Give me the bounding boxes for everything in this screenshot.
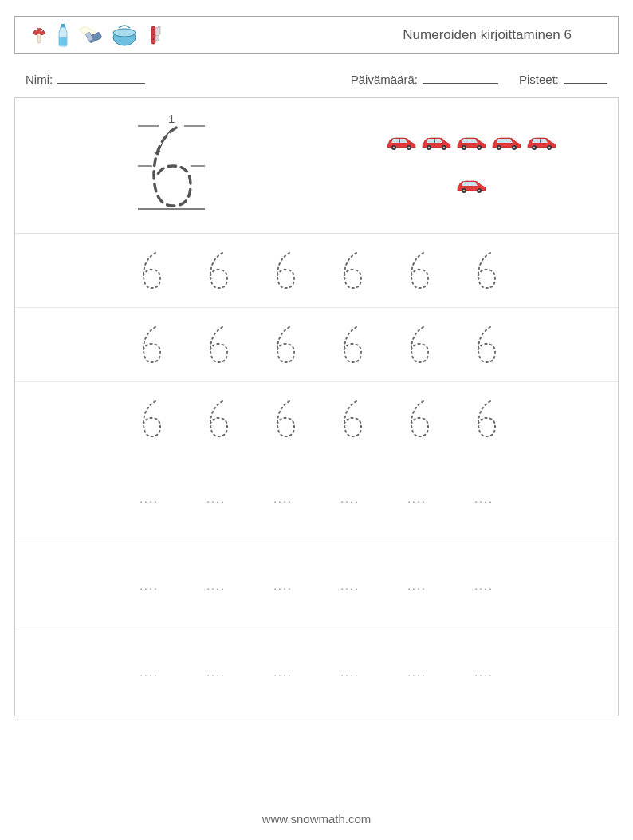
example-row: 1 <box>15 98 618 234</box>
mushroom-icon <box>29 24 49 46</box>
svg-point-40 <box>463 189 466 191</box>
trace-digit-six[interactable] <box>468 322 500 367</box>
date-label: Päivämäärä: <box>351 73 418 86</box>
trace-row <box>15 382 618 455</box>
svg-point-0 <box>36 29 38 31</box>
write-digit-blank[interactable]: .... <box>200 644 232 701</box>
svg-point-36 <box>533 146 536 148</box>
blank-row: ........................ <box>15 629 618 716</box>
car-icon <box>490 135 522 151</box>
write-digit-blank[interactable]: .... <box>468 557 500 614</box>
write-digit-blank[interactable]: .... <box>468 644 500 701</box>
write-digit-blank[interactable]: .... <box>267 644 299 701</box>
name-label: Nimi: <box>26 73 53 86</box>
write-digit-blank[interactable]: .... <box>334 557 366 614</box>
flashlight-icon <box>77 25 103 45</box>
car-icon <box>420 135 452 151</box>
car-icon <box>455 135 487 151</box>
write-digit-blank[interactable]: .... <box>133 557 165 614</box>
write-digit-blank[interactable]: .... <box>200 557 232 614</box>
write-digit-blank[interactable]: .... <box>401 557 433 614</box>
trace-digit-six[interactable] <box>334 396 366 441</box>
worksheet-body: 1 <box>14 97 619 716</box>
trace-digit-six[interactable] <box>401 322 433 367</box>
count-objects-cell <box>324 98 618 233</box>
write-digit-blank[interactable]: .... <box>200 470 232 527</box>
car-icon <box>455 178 487 194</box>
svg-point-30 <box>478 146 481 148</box>
trace-digit-six[interactable] <box>267 248 299 293</box>
svg-point-13 <box>153 38 155 40</box>
footer-url: www.snowmath.com <box>0 812 633 826</box>
svg-point-38 <box>548 146 551 148</box>
svg-point-22 <box>408 146 411 148</box>
blank-section: ........................................… <box>15 455 618 716</box>
svg-point-20 <box>393 146 395 148</box>
trace-section <box>15 234 618 455</box>
trace-digit-six[interactable] <box>200 396 232 441</box>
trace-digit-six[interactable] <box>468 248 500 293</box>
write-digit-blank[interactable]: .... <box>401 644 433 701</box>
car-row-1 <box>385 135 557 154</box>
trace-digit-six[interactable] <box>401 396 433 441</box>
write-digit-blank[interactable]: .... <box>133 644 165 701</box>
trace-digit-six[interactable] <box>133 396 165 441</box>
car-icon <box>385 135 417 151</box>
bottle-icon <box>57 23 69 47</box>
write-digit-blank[interactable]: .... <box>401 470 433 527</box>
score-label: Pisteet: <box>519 73 559 86</box>
svg-point-12 <box>153 34 155 35</box>
svg-rect-3 <box>37 34 41 43</box>
car-row-2 <box>455 178 487 197</box>
trace-digit-six[interactable] <box>200 248 232 293</box>
trace-digit-six[interactable] <box>334 248 366 293</box>
worksheet-header: Numeroiden kirjoittaminen 6 <box>14 16 619 54</box>
trace-row <box>15 308 618 382</box>
header-icon-row <box>29 23 165 47</box>
svg-point-34 <box>513 146 516 148</box>
score-blank[interactable] <box>564 72 607 84</box>
pot-icon <box>111 23 138 47</box>
svg-point-42 <box>478 189 481 191</box>
car-icon <box>525 135 557 151</box>
stroke-number: 1 <box>168 112 175 125</box>
svg-point-32 <box>498 146 501 148</box>
write-digit-blank[interactable]: .... <box>334 644 366 701</box>
svg-point-26 <box>443 146 446 148</box>
svg-point-9 <box>113 29 136 37</box>
svg-point-1 <box>41 30 43 32</box>
write-digit-blank[interactable]: .... <box>133 470 165 527</box>
svg-point-2 <box>38 27 40 29</box>
write-digit-blank[interactable]: .... <box>267 557 299 614</box>
trace-digit-six[interactable] <box>267 396 299 441</box>
trace-digit-six[interactable] <box>401 248 433 293</box>
write-digit-blank[interactable]: .... <box>267 470 299 527</box>
big-six-guide: 1 <box>114 110 226 222</box>
write-digit-blank[interactable]: .... <box>334 470 366 527</box>
trace-digit-six[interactable] <box>334 322 366 367</box>
svg-rect-5 <box>59 37 67 45</box>
trace-digit-six[interactable] <box>267 322 299 367</box>
trace-digit-six[interactable] <box>133 322 165 367</box>
trace-digit-six[interactable] <box>133 248 165 293</box>
svg-rect-4 <box>61 24 65 27</box>
svg-point-11 <box>153 29 155 30</box>
knife-icon <box>146 23 165 47</box>
trace-row <box>15 234 618 308</box>
write-digit-blank[interactable]: .... <box>468 470 500 527</box>
name-blank[interactable] <box>57 72 145 84</box>
svg-point-28 <box>463 146 466 148</box>
trace-digit-six[interactable] <box>468 396 500 441</box>
trace-digit-six[interactable] <box>200 322 232 367</box>
worksheet-title: Numeroiden kirjoittaminen 6 <box>403 27 604 43</box>
svg-point-24 <box>428 146 431 148</box>
meta-row: Nimi: Päivämäärä: Pisteet: <box>14 54 619 97</box>
blank-row: ........................ <box>15 455 618 542</box>
example-digit-cell: 1 <box>15 98 324 233</box>
blank-row: ........................ <box>15 542 618 629</box>
date-blank[interactable] <box>423 72 498 84</box>
